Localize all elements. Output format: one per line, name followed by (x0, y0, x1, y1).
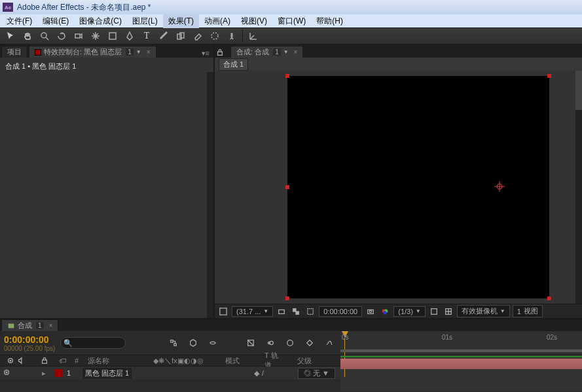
menu-layer[interactable]: 图层(L) (127, 14, 163, 28)
timeline-tab-label: 合成 (18, 321, 32, 330)
comp-flowchart-icon[interactable] (166, 336, 181, 349)
tool-hand[interactable] (20, 29, 35, 43)
views-label: 视图 (524, 306, 538, 316)
menu-view[interactable]: 视图(V) (236, 14, 272, 28)
col-lock[interactable] (37, 357, 55, 365)
timecode-display[interactable]: 0:00:00:00 (4, 334, 55, 345)
snapshot-icon[interactable] (365, 306, 376, 317)
comp-mini-tab[interactable]: 合成 1 (219, 58, 248, 71)
tool-zoom[interactable] (37, 29, 52, 43)
menu-effect[interactable]: 效果(T) (163, 14, 199, 28)
frame-blend-icon[interactable] (244, 336, 258, 349)
col-number[interactable]: # (71, 357, 84, 365)
svg-rect-20 (9, 323, 14, 328)
tab-effect-controls[interactable]: 特效控制台: 黑色 固态层 1 ▼ × (29, 46, 156, 58)
grid-icon[interactable] (443, 306, 454, 317)
tool-rotate[interactable] (54, 29, 69, 43)
transparency-grid-icon[interactable] (290, 306, 302, 317)
timeline-layer-row[interactable]: ▸ 1 黑色 固态层 1 ◆/ ◎ 无 ▼ (0, 366, 340, 380)
camera-dropdown[interactable]: 有效摄像机▼ (457, 305, 510, 317)
chevron-down-icon[interactable]: ▼ (136, 49, 141, 55)
panel-menu-icon[interactable]: ▾≡ (202, 49, 209, 58)
resolution-dropdown[interactable]: (1/3)▼ (393, 306, 426, 317)
parent-dropdown[interactable]: ◎ 无 ▼ (298, 368, 335, 379)
timeline-tab[interactable]: 合成 1 × (1, 319, 58, 331)
current-time[interactable]: 0:00:00:00 (319, 306, 362, 317)
handle-bl[interactable] (285, 296, 289, 300)
region-icon[interactable] (428, 306, 440, 317)
col-label[interactable]: 🏷 (55, 357, 71, 365)
close-icon[interactable]: × (147, 48, 151, 56)
viewer-scrollbar[interactable] (575, 71, 582, 304)
tool-camera[interactable] (71, 29, 86, 43)
tool-selection[interactable] (3, 29, 18, 43)
tab-composition[interactable]: 合成: 合成 1 ▼ × (230, 46, 303, 58)
zoom-dropdown[interactable]: (31.7 ...▼ (232, 306, 273, 317)
layer-color-swatch[interactable] (55, 369, 63, 377)
col-av[interactable] (3, 357, 37, 365)
menu-window[interactable]: 窗口(W) (272, 14, 311, 28)
svg-rect-22 (174, 344, 176, 346)
menu-composition[interactable]: 图像合成(C) (74, 14, 127, 28)
tool-shape[interactable] (105, 29, 120, 43)
close-icon[interactable]: × (49, 322, 53, 329)
channel-icon[interactable] (379, 306, 391, 317)
rulers-icon[interactable] (217, 306, 229, 317)
work-area-bar[interactable] (340, 349, 582, 352)
timeline-tab-num: 1 (36, 322, 44, 329)
lock-icon[interactable] (216, 48, 229, 58)
tool-roto[interactable] (207, 29, 223, 43)
tool-puppet[interactable] (224, 29, 240, 43)
menu-animation[interactable]: 动画(A) (199, 14, 236, 28)
chevron-down-icon[interactable]: ▼ (283, 49, 289, 55)
tool-text[interactable]: T (139, 29, 155, 43)
mask-icon[interactable] (304, 306, 316, 317)
close-icon[interactable]: × (294, 48, 298, 56)
anchor-point-icon[interactable] (494, 181, 505, 193)
tab-project[interactable]: 项目 (1, 46, 27, 58)
handle-tr[interactable] (547, 74, 551, 78)
visibility-toggle[interactable] (3, 368, 13, 378)
tool-pan-behind[interactable] (88, 29, 103, 43)
composition-canvas[interactable] (287, 76, 549, 298)
search-input[interactable]: 🔍 (60, 337, 126, 349)
tab-comp-num: 1 (273, 48, 281, 56)
layer-switches[interactable]: ◆/ ◎ 无 ▼ (254, 368, 335, 379)
twirl-icon[interactable]: ▸ (42, 369, 51, 378)
views-dropdown[interactable]: 1视图 (513, 305, 543, 317)
graph-editor-icon[interactable] (322, 336, 336, 349)
tool-brush[interactable] (156, 29, 172, 43)
handle-br[interactable] (547, 296, 551, 300)
tool-clone[interactable] (173, 29, 189, 43)
motion-blur-icon[interactable] (263, 336, 278, 349)
scrollbar-thumb[interactable] (575, 71, 582, 110)
draft-3d-icon[interactable] (186, 336, 200, 349)
composition-viewer[interactable] (215, 71, 582, 304)
menu-help[interactable]: 帮助(H) (311, 14, 348, 28)
handle-tl[interactable] (285, 74, 289, 78)
brainstorm-icon[interactable] (283, 336, 297, 349)
menu-file[interactable]: 文件(F) (1, 14, 37, 28)
col-switches[interactable]: ◆❋＼fx▣◐◑◎ (149, 356, 221, 366)
time-ruler[interactable]: 0s 01s 02s (340, 331, 582, 355)
svg-rect-1 (75, 34, 80, 38)
hide-shy-icon[interactable] (206, 336, 220, 349)
timeline-track-area[interactable]: 0s 01s 02s (340, 331, 582, 391)
layer-name[interactable]: 黑色 固态层 1 (82, 368, 132, 379)
tool-eraser[interactable] (190, 29, 206, 43)
col-mode[interactable]: 模式 (221, 356, 261, 366)
resolution-icon[interactable] (276, 306, 287, 317)
tool-local-axis[interactable] (246, 29, 261, 43)
scrollbar[interactable] (207, 72, 213, 318)
col-source-name[interactable]: 源名称 (84, 356, 149, 366)
auto-keyframe-icon[interactable] (302, 336, 317, 349)
col-parent[interactable]: 父级 (293, 356, 316, 366)
tab-fx-num: 1 (126, 48, 134, 56)
parent-value: 无 (313, 369, 320, 377)
tool-pen[interactable] (122, 29, 137, 43)
effect-controls-body: 合成 1 • 黑色 固态层 1 (0, 58, 213, 318)
layer-duration-bar[interactable] (340, 359, 582, 369)
menu-edit[interactable]: 编辑(E) (37, 14, 74, 28)
handle-ml[interactable] (285, 185, 289, 189)
svg-rect-21 (171, 340, 173, 342)
